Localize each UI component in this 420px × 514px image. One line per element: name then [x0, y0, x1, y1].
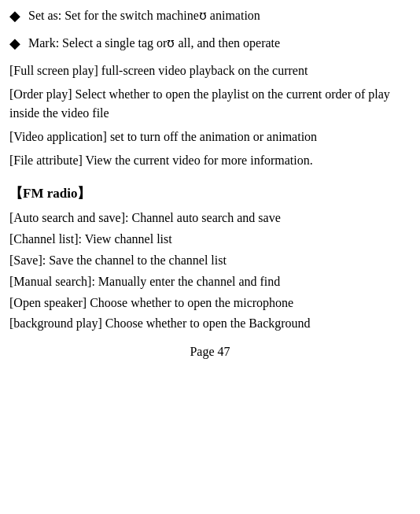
fm-item-auto-search: [Auto search and save]: Channel auto sea… [9, 209, 411, 228]
section-order-play: [Order play] Select whether to open the … [9, 85, 411, 123]
section-full-screen-desc: full-screen video playback on the curren… [101, 64, 308, 77]
sections-list: [Full screen play] full-screen video pla… [9, 61, 411, 170]
section-video-app-desc: set to turn off the animation or animati… [110, 130, 317, 143]
bullet-item-set: ◆ Set as: Set for the switch machineʊ an… [9, 6, 411, 26]
fm-item-save: [Save]: Save the channel to the channel … [9, 251, 411, 271]
section-file-attr-label: [File attribute] [9, 153, 83, 167]
fm-radio-section: 【FM radio】 [Auto search and save]: Chann… [9, 184, 411, 334]
section-full-screen: [Full screen play] full-screen video pla… [9, 61, 411, 80]
page-number: Page 47 [9, 345, 411, 359]
bullet-item-mark: ◆ Mark: Select a single tag orʊ all, and… [9, 34, 411, 54]
fm-heading: 【FM radio】 [9, 184, 411, 202]
section-video-app-label: [Video application] [9, 130, 107, 143]
section-full-screen-label: [Full screen play] [9, 64, 98, 77]
fm-item-channel-list: [Channel list]: View channel list [9, 230, 411, 250]
diamond-icon: ◆ [9, 6, 20, 26]
fm-item-manual-search: [Manual search]: Manually enter the chan… [9, 272, 411, 292]
bullet-set-text: Set as: Set for the switch machineʊ anim… [28, 6, 411, 24]
section-file-attr-desc: View the current video for more informat… [86, 153, 313, 167]
section-file-attribute: [File attribute] View the current video … [9, 151, 411, 170]
section-video-application: [Video application] set to turn off the … [9, 128, 411, 146]
section-order-play-label: [Order play] [9, 87, 72, 101]
bullet-list: ◆ Set as: Set for the switch machineʊ an… [9, 6, 411, 54]
fm-item-open-speaker: [Open speaker] Choose whether to open th… [9, 294, 411, 313]
fm-item-background-play: [background play] Choose whether to open… [9, 314, 411, 334]
bullet-mark-text: Mark: Select a single tag orʊ all, and t… [28, 34, 411, 52]
diamond-icon-2: ◆ [9, 34, 20, 54]
